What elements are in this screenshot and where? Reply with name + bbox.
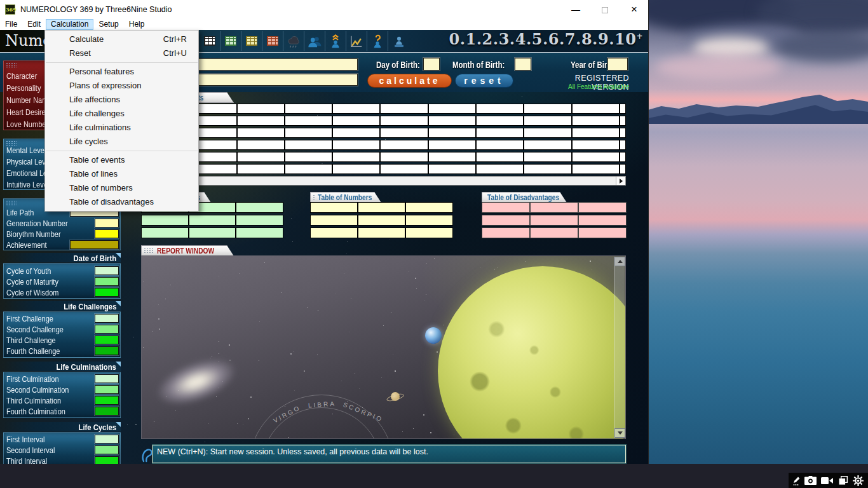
table-cell[interactable]: [285, 164, 332, 174]
table-yellow-icon[interactable]: [241, 31, 262, 51]
table-cell[interactable]: [405, 215, 453, 226]
table-cell[interactable]: [380, 128, 428, 138]
table-cell[interactable]: [332, 152, 380, 162]
table-red-icon[interactable]: [262, 31, 283, 51]
scroll-right-arrow-icon[interactable]: [616, 177, 625, 185]
sidebar-item-generation-number[interactable]: Generation Number: [4, 218, 120, 229]
menu-item-table-of-numbers[interactable]: Table of numbers: [45, 181, 198, 195]
people-icon[interactable]: [304, 31, 325, 51]
table-cell[interactable]: [285, 128, 332, 138]
sidebar-item-fourth-culmination[interactable]: Fourth Culmination: [4, 406, 120, 417]
table-cell[interactable]: [285, 140, 332, 150]
table-cell[interactable]: [620, 164, 626, 174]
table-cell[interactable]: [620, 152, 626, 162]
sidebar-item-first-interval[interactable]: First Interval: [4, 434, 120, 445]
table-cell[interactable]: [285, 116, 332, 126]
table-cell[interactable]: [285, 104, 332, 114]
table-cell[interactable]: [482, 215, 530, 226]
sidebar-item-achievement[interactable]: Achievement: [4, 240, 120, 250]
sidebar-item-third-challenge[interactable]: Third Challenge: [4, 335, 120, 346]
menu-edit[interactable]: Edit: [22, 19, 46, 30]
sidebar-item-cycle-of-wisdom[interactable]: Cycle of Wisdom: [4, 287, 120, 298]
table-cell[interactable]: [572, 104, 620, 114]
table-cell[interactable]: [236, 215, 283, 226]
tab-table-of-numbers[interactable]: Table of Numbers: [310, 192, 381, 203]
chart-icon[interactable]: [346, 31, 367, 51]
table-cell[interactable]: [332, 164, 380, 174]
menu-item-table-of-disadvantages[interactable]: Table of disadvantages: [45, 195, 198, 209]
report-vertical-scrollbar[interactable]: [614, 257, 625, 438]
table-cell[interactable]: [476, 128, 524, 138]
table-cell[interactable]: [578, 202, 627, 213]
table-cell[interactable]: [572, 152, 620, 162]
table-cell[interactable]: [476, 116, 524, 126]
table-cell[interactable]: [428, 128, 476, 138]
storm-cloud-icon[interactable]: [283, 31, 304, 51]
table-cell[interactable]: [237, 116, 285, 126]
table-cell[interactable]: [332, 140, 380, 150]
table-cell[interactable]: [237, 140, 285, 150]
person-growth-icon[interactable]: [325, 31, 346, 51]
table-cell[interactable]: [524, 164, 571, 174]
table-cell[interactable]: [620, 116, 626, 126]
table-cell[interactable]: [476, 104, 524, 114]
gear-icon[interactable]: [853, 475, 864, 486]
calculate-button[interactable]: calculate: [367, 74, 452, 88]
reset-button[interactable]: reset: [455, 74, 513, 88]
table-green-icon[interactable]: [220, 31, 241, 51]
year-of-birth-input[interactable]: [607, 58, 628, 71]
menu-item-reset[interactable]: ResetCtrl+U: [45, 46, 198, 60]
table-cell[interactable]: [236, 227, 283, 238]
table-cell[interactable]: [332, 128, 380, 138]
table-cell[interactable]: [237, 128, 285, 138]
table-cell[interactable]: [428, 164, 476, 174]
table-cell[interactable]: [237, 164, 285, 174]
table-cell[interactable]: [524, 104, 571, 114]
close-button[interactable]: ×: [620, 0, 648, 19]
table-cell[interactable]: [285, 152, 332, 162]
menu-item-life-cycles[interactable]: Life cycles: [45, 135, 198, 149]
menu-help[interactable]: Help: [124, 19, 150, 30]
menu-item-personal-features[interactable]: Personal features: [45, 65, 198, 79]
windows-stack-icon[interactable]: [838, 475, 848, 485]
table-cell[interactable]: [572, 164, 620, 174]
sidebar-item-second-culmination[interactable]: Second Culmination: [4, 384, 120, 395]
sidebar-item-cycle-of-youth[interactable]: Cycle of Youth: [4, 266, 120, 276]
day-of-birth-input[interactable]: [423, 58, 440, 71]
minimize-button[interactable]: —: [562, 0, 590, 19]
tab-report-window[interactable]: REPORT WINDOW: [141, 245, 234, 256]
table-cell[interactable]: [141, 227, 189, 238]
table-cell[interactable]: [380, 140, 428, 150]
menu-item-calculate[interactable]: CalculateCtrl+R: [45, 32, 198, 46]
tab-table-of-disadvantages[interactable]: Table of Disadvantages: [482, 192, 567, 203]
menu-item-table-of-events[interactable]: Table of events: [45, 153, 198, 167]
table-cell[interactable]: [572, 128, 620, 138]
menu-item-life-challenges[interactable]: Life challenges: [45, 107, 198, 121]
sidebar-item-second-interval[interactable]: Second Interval: [4, 445, 120, 456]
report-window[interactable]: VIRGO LIBRA SCORPIO: [141, 255, 626, 439]
menu-calculation[interactable]: Calculation: [46, 19, 93, 30]
table-cell[interactable]: [524, 116, 571, 126]
scroll-down-arrow-icon[interactable]: [614, 428, 625, 438]
maximize-button[interactable]: [591, 0, 619, 19]
table-cell[interactable]: [236, 202, 283, 213]
video-camera-icon[interactable]: [821, 477, 833, 485]
sidebar-item-third-culmination[interactable]: Third Culmination: [4, 395, 120, 406]
table-cell[interactable]: [332, 104, 380, 114]
table-cell[interactable]: [476, 140, 524, 150]
table-cell[interactable]: [428, 116, 476, 126]
table-cell[interactable]: [310, 227, 358, 238]
table-cell[interactable]: [189, 227, 236, 238]
table-cell[interactable]: [358, 227, 405, 238]
person-report-icon[interactable]: [388, 31, 409, 51]
table-cell[interactable]: [380, 164, 428, 174]
menu-item-table-of-lines[interactable]: Table of lines: [45, 167, 198, 181]
table-cell[interactable]: [620, 128, 626, 138]
table-cell[interactable]: [405, 202, 453, 213]
pen-icon[interactable]: [793, 475, 800, 485]
table-cell[interactable]: [572, 140, 620, 150]
menu-item-life-affections[interactable]: Life affections: [45, 93, 198, 107]
sidebar-item-first-culmination[interactable]: First Culmination: [4, 374, 120, 384]
table-cell[interactable]: [428, 104, 476, 114]
table-cell[interactable]: [476, 152, 524, 162]
